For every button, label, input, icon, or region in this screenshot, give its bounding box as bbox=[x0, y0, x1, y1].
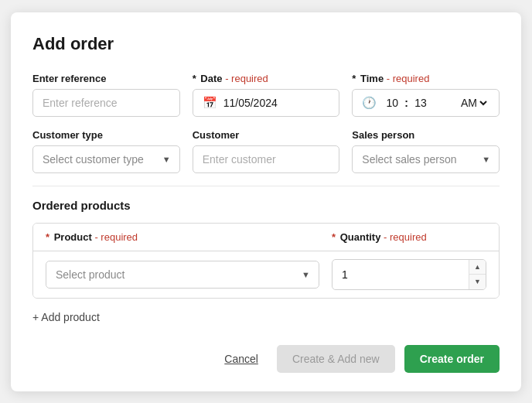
customer-type-select[interactable]: Select customer type bbox=[32, 145, 180, 173]
products-table-row: Select product ▼ ▲ ▼ bbox=[33, 251, 499, 298]
qty-increment-button[interactable]: ▲ bbox=[469, 260, 486, 275]
qty-arrows: ▲ ▼ bbox=[469, 260, 486, 289]
customer-field-group: Customer bbox=[193, 129, 340, 173]
customer-type-label: Customer type bbox=[32, 129, 180, 141]
create-order-button[interactable]: Create order bbox=[404, 345, 500, 373]
qty-col-header: * Quantity - required bbox=[332, 231, 486, 243]
ampm-select[interactable]: AM PM bbox=[458, 96, 489, 110]
clock-icon: 🕐 bbox=[362, 96, 377, 110]
sales-person-select-wrapper: Select sales person ▼ bbox=[352, 145, 500, 173]
customer-label: Customer bbox=[193, 129, 340, 141]
qty-wrapper: ▲ ▼ bbox=[332, 259, 486, 290]
cancel-button[interactable]: Cancel bbox=[215, 347, 268, 371]
qty-col-cell: ▲ ▼ bbox=[332, 259, 486, 290]
sales-person-label: Sales person bbox=[352, 129, 500, 141]
sales-person-select[interactable]: Select sales person bbox=[352, 145, 500, 173]
product-col-cell: Select product ▼ bbox=[46, 261, 319, 289]
qty-required-asterisk: * bbox=[332, 231, 339, 243]
date-label: * Date - required bbox=[193, 73, 340, 84]
date-input[interactable] bbox=[223, 97, 330, 109]
modal-title: Add order bbox=[32, 34, 500, 54]
ordered-products-title: Ordered products bbox=[32, 199, 500, 212]
add-order-modal: Add order Enter reference * Date - requi… bbox=[11, 12, 521, 391]
product-col-header: * Product - required bbox=[46, 231, 319, 243]
calendar-icon: 📅 bbox=[203, 96, 217, 110]
qty-decrement-button[interactable]: ▼ bbox=[469, 275, 486, 289]
qty-input[interactable] bbox=[332, 261, 469, 288]
product-select[interactable]: Select product bbox=[46, 261, 319, 289]
reference-label: Enter reference bbox=[32, 73, 180, 84]
customer-type-select-wrapper: Select customer type ▼ bbox=[32, 145, 180, 173]
row-reference-date-time: Enter reference * Date - required 📅 * Ti… bbox=[32, 73, 500, 117]
row-customer: Customer type Select customer type ▼ Cus… bbox=[32, 129, 500, 173]
time-input-wrapper[interactable]: 🕐 : AM PM bbox=[352, 89, 500, 117]
date-field-group: * Date - required 📅 bbox=[193, 73, 340, 117]
date-input-wrapper[interactable]: 📅 bbox=[193, 89, 340, 117]
customer-type-field-group: Customer type Select customer type ▼ bbox=[32, 129, 180, 173]
customer-input[interactable] bbox=[193, 145, 340, 173]
modal-footer: Cancel Create & Add new Create order bbox=[32, 345, 500, 373]
sales-person-field-group: Sales person Select sales person ▼ bbox=[352, 129, 500, 173]
time-fields: : bbox=[381, 97, 453, 109]
create-add-new-button[interactable]: Create & Add new bbox=[277, 345, 395, 373]
time-field-group: * Time - required 🕐 : AM PM bbox=[352, 73, 500, 117]
products-table: * Product - required * Quantity - requir… bbox=[32, 223, 500, 299]
time-minutes-input[interactable] bbox=[410, 97, 431, 109]
time-label: * Time - required bbox=[352, 73, 500, 84]
product-required-asterisk: * bbox=[46, 231, 53, 243]
product-select-wrapper: Select product ▼ bbox=[46, 261, 319, 289]
reference-input[interactable] bbox=[32, 89, 180, 117]
add-product-button[interactable]: + Add product bbox=[32, 308, 100, 326]
time-separator: : bbox=[404, 97, 408, 109]
reference-field-group: Enter reference bbox=[32, 73, 180, 117]
products-table-header: * Product - required * Quantity - requir… bbox=[33, 224, 499, 251]
section-divider bbox=[32, 186, 500, 186]
time-hours-input[interactable] bbox=[381, 97, 403, 109]
